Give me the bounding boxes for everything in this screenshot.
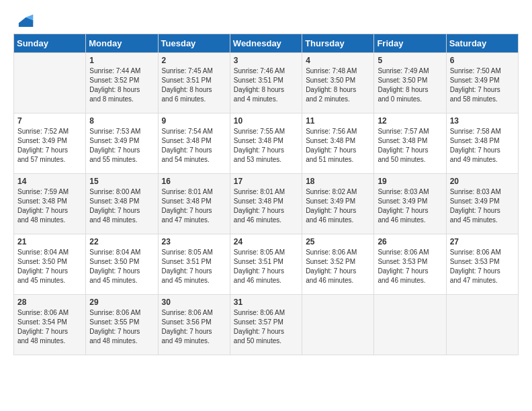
calendar-cell: 25Sunrise: 8:06 AM Sunset: 3:52 PM Dayli…	[302, 234, 374, 295]
cell-content: Sunrise: 7:53 AM Sunset: 3:49 PM Dayligh…	[89, 127, 154, 165]
cell-content: Sunrise: 8:00 AM Sunset: 3:48 PM Dayligh…	[89, 187, 154, 225]
header-cell-thursday: Thursday	[302, 34, 374, 53]
calendar-cell: 20Sunrise: 8:03 AM Sunset: 3:49 PM Dayli…	[446, 174, 518, 234]
calendar-cell: 22Sunrise: 8:04 AM Sunset: 3:50 PM Dayli…	[86, 234, 158, 295]
calendar-cell	[302, 295, 374, 355]
day-number: 20	[450, 177, 515, 186]
cell-content: Sunrise: 7:56 AM Sunset: 3:48 PM Dayligh…	[306, 127, 370, 165]
cell-content: Sunrise: 8:03 AM Sunset: 3:49 PM Dayligh…	[378, 187, 442, 225]
logo	[13, 13, 36, 27]
cell-content: Sunrise: 7:54 AM Sunset: 3:48 PM Dayligh…	[162, 127, 226, 165]
header-cell-saturday: Saturday	[446, 34, 518, 53]
cell-content: Sunrise: 7:59 AM Sunset: 3:48 PM Dayligh…	[17, 187, 82, 225]
cell-content: Sunrise: 7:57 AM Sunset: 3:48 PM Dayligh…	[378, 127, 442, 165]
cell-content: Sunrise: 7:45 AM Sunset: 3:51 PM Dayligh…	[162, 66, 226, 104]
calendar-cell	[14, 53, 86, 113]
cell-content: Sunrise: 8:04 AM Sunset: 3:50 PM Dayligh…	[17, 248, 82, 285]
calendar-cell: 18Sunrise: 8:02 AM Sunset: 3:49 PM Dayli…	[302, 174, 374, 234]
week-row-2: 7Sunrise: 7:52 AM Sunset: 3:49 PM Daylig…	[14, 113, 519, 174]
day-number: 27	[450, 237, 515, 246]
cell-content: Sunrise: 7:49 AM Sunset: 3:50 PM Dayligh…	[378, 66, 442, 104]
calendar-cell: 2Sunrise: 7:45 AM Sunset: 3:51 PM Daylig…	[158, 53, 230, 113]
day-number: 25	[306, 237, 370, 246]
calendar-cell: 6Sunrise: 7:50 AM Sunset: 3:49 PM Daylig…	[446, 53, 518, 113]
day-number: 19	[378, 177, 442, 186]
week-row-5: 28Sunrise: 8:06 AM Sunset: 3:54 PM Dayli…	[14, 295, 519, 355]
calendar-cell: 26Sunrise: 8:06 AM Sunset: 3:53 PM Dayli…	[374, 234, 446, 295]
cell-content: Sunrise: 8:06 AM Sunset: 3:55 PM Dayligh…	[89, 308, 154, 346]
day-number: 18	[306, 177, 370, 186]
cell-content: Sunrise: 8:06 AM Sunset: 3:54 PM Dayligh…	[17, 308, 82, 346]
calendar-cell: 9Sunrise: 7:54 AM Sunset: 3:48 PM Daylig…	[158, 113, 230, 174]
calendar-cell: 15Sunrise: 8:00 AM Sunset: 3:48 PM Dayli…	[86, 174, 158, 234]
cell-content: Sunrise: 8:05 AM Sunset: 3:51 PM Dayligh…	[234, 248, 298, 285]
cell-content: Sunrise: 7:44 AM Sunset: 3:52 PM Dayligh…	[89, 66, 154, 104]
day-number: 22	[89, 237, 154, 246]
header-cell-sunday: Sunday	[14, 34, 86, 53]
day-number: 1	[89, 56, 154, 65]
header-cell-wednesday: Wednesday	[230, 34, 302, 53]
calendar-cell: 16Sunrise: 8:01 AM Sunset: 3:48 PM Dayli…	[158, 174, 230, 234]
calendar-cell: 29Sunrise: 8:06 AM Sunset: 3:55 PM Dayli…	[86, 295, 158, 355]
calendar-cell	[374, 295, 446, 355]
cell-content: Sunrise: 8:02 AM Sunset: 3:49 PM Dayligh…	[306, 187, 370, 225]
cell-content: Sunrise: 8:04 AM Sunset: 3:50 PM Dayligh…	[89, 248, 154, 285]
cell-content: Sunrise: 8:06 AM Sunset: 3:57 PM Dayligh…	[234, 308, 298, 346]
week-row-4: 21Sunrise: 8:04 AM Sunset: 3:50 PM Dayli…	[14, 234, 519, 295]
calendar-cell: 27Sunrise: 8:06 AM Sunset: 3:53 PM Dayli…	[446, 234, 518, 295]
day-number: 16	[162, 177, 226, 186]
day-number: 17	[234, 177, 298, 186]
day-number: 11	[306, 116, 370, 126]
calendar-cell: 4Sunrise: 7:48 AM Sunset: 3:50 PM Daylig…	[302, 53, 374, 113]
calendar-cell: 10Sunrise: 7:55 AM Sunset: 3:48 PM Dayli…	[230, 113, 302, 174]
calendar-cell: 30Sunrise: 8:06 AM Sunset: 3:56 PM Dayli…	[158, 295, 230, 355]
day-number: 13	[450, 116, 515, 126]
calendar-cell: 23Sunrise: 8:05 AM Sunset: 3:51 PM Dayli…	[158, 234, 230, 295]
cell-content: Sunrise: 8:03 AM Sunset: 3:49 PM Dayligh…	[450, 187, 515, 225]
day-number: 7	[17, 116, 82, 126]
cell-content: Sunrise: 7:52 AM Sunset: 3:49 PM Dayligh…	[17, 127, 82, 165]
day-number: 8	[89, 116, 154, 126]
week-row-3: 14Sunrise: 7:59 AM Sunset: 3:48 PM Dayli…	[14, 174, 519, 234]
cell-content: Sunrise: 8:01 AM Sunset: 3:48 PM Dayligh…	[234, 187, 298, 225]
calendar-table: SundayMondayTuesdayWednesdayThursdayFrid…	[13, 34, 519, 355]
day-number: 15	[89, 177, 154, 186]
cell-content: Sunrise: 8:06 AM Sunset: 3:53 PM Dayligh…	[450, 248, 515, 285]
day-number: 4	[306, 56, 370, 65]
day-number: 28	[17, 298, 82, 307]
day-number: 23	[162, 237, 226, 246]
calendar-cell: 3Sunrise: 7:46 AM Sunset: 3:51 PM Daylig…	[230, 53, 302, 113]
header-cell-monday: Monday	[86, 34, 158, 53]
day-number: 5	[378, 56, 442, 65]
calendar-cell	[446, 295, 518, 355]
calendar-cell: 12Sunrise: 7:57 AM Sunset: 3:48 PM Dayli…	[374, 113, 446, 174]
page-header	[13, 13, 519, 27]
calendar-cell: 1Sunrise: 7:44 AM Sunset: 3:52 PM Daylig…	[86, 53, 158, 113]
cell-content: Sunrise: 7:55 AM Sunset: 3:48 PM Dayligh…	[234, 127, 298, 165]
calendar-cell: 17Sunrise: 8:01 AM Sunset: 3:48 PM Dayli…	[230, 174, 302, 234]
day-number: 10	[234, 116, 298, 126]
header-cell-friday: Friday	[374, 34, 446, 53]
day-number: 29	[89, 298, 154, 307]
day-number: 9	[162, 116, 226, 126]
cell-content: Sunrise: 7:46 AM Sunset: 3:51 PM Dayligh…	[234, 66, 298, 104]
calendar-cell: 11Sunrise: 7:56 AM Sunset: 3:48 PM Dayli…	[302, 113, 374, 174]
day-number: 30	[162, 298, 226, 307]
calendar-cell: 31Sunrise: 8:06 AM Sunset: 3:57 PM Dayli…	[230, 295, 302, 355]
cell-content: Sunrise: 8:05 AM Sunset: 3:51 PM Dayligh…	[162, 248, 226, 285]
cell-content: Sunrise: 7:58 AM Sunset: 3:48 PM Dayligh…	[450, 127, 515, 165]
calendar-cell: 24Sunrise: 8:05 AM Sunset: 3:51 PM Dayli…	[230, 234, 302, 295]
cell-content: Sunrise: 8:06 AM Sunset: 3:53 PM Dayligh…	[378, 248, 442, 285]
cell-content: Sunrise: 8:06 AM Sunset: 3:52 PM Dayligh…	[306, 248, 370, 285]
calendar-cell: 14Sunrise: 7:59 AM Sunset: 3:48 PM Dayli…	[14, 174, 86, 234]
cell-content: Sunrise: 7:50 AM Sunset: 3:49 PM Dayligh…	[450, 66, 515, 104]
day-number: 14	[17, 177, 82, 186]
cell-content: Sunrise: 7:48 AM Sunset: 3:50 PM Dayligh…	[306, 66, 370, 104]
day-number: 26	[378, 237, 442, 246]
day-number: 3	[234, 56, 298, 65]
day-number: 24	[234, 237, 298, 246]
header-cell-tuesday: Tuesday	[158, 34, 230, 53]
calendar-cell: 19Sunrise: 8:03 AM Sunset: 3:49 PM Dayli…	[374, 174, 446, 234]
day-number: 6	[450, 56, 515, 65]
cell-content: Sunrise: 8:01 AM Sunset: 3:48 PM Dayligh…	[162, 187, 226, 225]
